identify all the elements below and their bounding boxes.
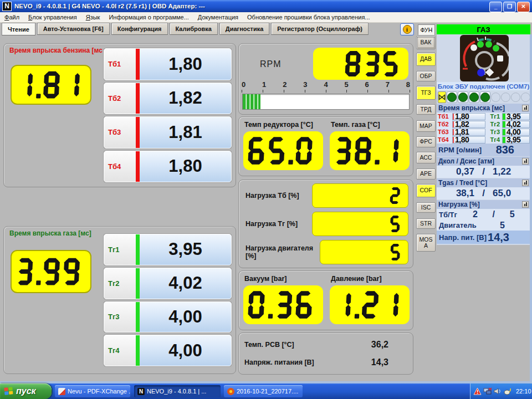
side-button-ape[interactable]: АРЕ	[416, 168, 436, 180]
petrol-injector-row: Тб4 1,80	[104, 151, 232, 183]
menu-ecu[interactable]: Блок управления	[24, 14, 81, 21]
menu-firmware-update[interactable]: Обновление прошивки блока управления...	[243, 14, 374, 21]
load-value	[324, 244, 405, 260]
petrol-panel-title: Время впрыска бензина [мс	[9, 47, 103, 54]
cell-value: 4,00	[502, 129, 530, 136]
pressure-panel: Вакуум [bar] Давление [bar]	[238, 270, 413, 330]
warning-icon[interactable]	[473, 387, 482, 395]
system-tray: 22:10	[470, 383, 532, 399]
cell-value: 1,82	[452, 121, 485, 128]
petrol-injector-row: Тб2 1,82	[104, 83, 232, 115]
load-row: Нагрузка двигателя [%]	[244, 240, 408, 264]
side-button-dav[interactable]: ДАВ	[416, 53, 436, 66]
windows-logo-icon	[4, 387, 13, 396]
taskbar-task-pdf[interactable]: Nevu - PDF-XChange ...	[55, 385, 130, 397]
petrol-injection-panel: Время впрыска бензина [мс Тб1 1,80 Тб2 1…	[3, 43, 236, 187]
petrol-bar	[136, 151, 140, 182]
tab-reading[interactable]: Чтение	[2, 23, 35, 35]
tab-configuration[interactable]: Конфигурация	[111, 23, 168, 35]
injection-times-title: Время впрыска [мс]	[438, 104, 505, 112]
supply-voltage-row: Напряж. питания [В] 14,3	[244, 355, 411, 370]
load-row2-label: Двигатель	[439, 221, 477, 229]
tick-label: 0	[242, 80, 245, 89]
status-pressure-values: 0,37 / 1,22	[437, 166, 530, 178]
side-button-trd[interactable]: ТРД	[416, 104, 436, 115]
vacuum-label: Вакуум [bar]	[244, 275, 287, 283]
side-button-str[interactable]: STR	[416, 218, 436, 229]
cell-label: Тб2	[438, 121, 452, 127]
load-lcd	[320, 240, 408, 264]
injector-label: Тб1	[104, 49, 136, 80]
side-button-obr[interactable]: ОБР	[416, 71, 436, 81]
side-button-mar[interactable]: МАР	[416, 120, 436, 132]
petrol-injector-row: Тб3 1,81	[104, 116, 232, 149]
side-button-mos-a[interactable]: MOS A	[416, 234, 436, 252]
graph-button[interactable]	[522, 201, 529, 208]
side-button-isc[interactable]: ISC	[416, 202, 436, 213]
network-disconnected-icon[interactable]	[483, 387, 492, 395]
load-label: Нагрузка Тб [%]	[244, 192, 299, 200]
cell-label: Тг4	[485, 136, 502, 143]
close-button[interactable]: ✕	[517, 2, 530, 12]
petrol-lcd-value	[15, 69, 87, 100]
graph-button[interactable]	[522, 105, 529, 111]
tab-recorder[interactable]: Регистратор (Осциллограф)	[271, 23, 369, 35]
info-icon: i	[403, 25, 412, 34]
side-button-vak[interactable]: ВАК	[416, 36, 436, 49]
side-button-tgz[interactable]: ТГЗ	[416, 86, 436, 100]
status-load-row1: Тб/Тг 2 / 5	[437, 209, 530, 220]
side-tab-fun[interactable]: ФУН	[418, 24, 435, 35]
gas-bar	[136, 268, 140, 299]
gas-lcd-value	[15, 254, 87, 289]
injector-label: Тб2	[104, 83, 136, 114]
graph-button[interactable]	[522, 180, 529, 186]
side-button-cof[interactable]: COF	[416, 184, 436, 197]
gas-lcd-display	[11, 250, 91, 293]
menubar: Файл Блок управления Язык Информация о п…	[0, 12, 532, 23]
menu-language[interactable]: Язык	[81, 14, 105, 21]
rpm-gauge-fill	[243, 94, 260, 109]
taskbar-task-nevo[interactable]: N NEVO_i9 - 4.0.8.1 | ...	[134, 385, 221, 397]
rpm-panel: RPM 0 1 2 3 4 5 6 7 8	[238, 43, 413, 115]
start-button[interactable]: пуск	[0, 383, 52, 399]
gas-valve-icon[interactable]	[438, 91, 446, 103]
reducer-temp-lcd	[243, 131, 323, 170]
cell-label: Тб3	[438, 129, 452, 135]
window-border-right	[530, 34, 532, 383]
load-row1-value: 2 / 5	[473, 209, 515, 219]
injector-label: Тг2	[104, 268, 136, 299]
injector-label: Тг1	[104, 234, 136, 265]
start-label: пуск	[16, 386, 36, 396]
task-label: NEVO_i9 - 4.0.8.1 | ...	[147, 388, 206, 395]
taskbar-task-image[interactable]: 2016-10-21_220717....	[224, 385, 303, 397]
gas-temp-value	[333, 135, 406, 167]
injection-times-header: Время впрыска [мс]	[437, 104, 530, 112]
menu-about[interactable]: Информация о программе...	[104, 14, 193, 21]
menu-docs[interactable]: Документация	[193, 14, 243, 21]
volume-icon[interactable]	[494, 387, 502, 395]
pcb-temp-row: Темп. PCB [°C] 36,2	[244, 337, 411, 352]
petrol-bar	[136, 83, 140, 114]
graph-button[interactable]	[522, 158, 529, 165]
tab-diagnostics[interactable]: Диагностика	[219, 23, 269, 35]
rpm-gauge-bar	[242, 94, 410, 110]
info-button[interactable]: i	[400, 23, 414, 35]
cell-value: 4,02	[502, 121, 530, 128]
load-lcd	[312, 183, 408, 208]
menu-file[interactable]: Файл	[0, 14, 24, 21]
side-button-acc[interactable]: АСС	[416, 152, 436, 163]
tab-auto-setup[interactable]: Авто-Установка [F6]	[37, 23, 110, 35]
minimize-button[interactable]: _	[489, 2, 502, 12]
load-row: Нагрузка Тб [%]	[244, 183, 408, 208]
injector-label: Тб4	[104, 151, 136, 182]
fuel-mode-indicator[interactable]: ГАЗ	[437, 24, 530, 34]
restore-button[interactable]: ❐	[503, 2, 516, 12]
gas-panel-title: Время впрыска газа [мс]	[9, 229, 91, 237]
cell-label: Тб4	[438, 136, 452, 143]
gas-injector-row: Тг3 4,00	[104, 301, 232, 333]
tab-calibration[interactable]: Калибровка	[170, 23, 218, 35]
side-button-frs[interactable]: ФРС	[416, 136, 436, 147]
petrol-bar	[136, 49, 140, 80]
taskbar-clock: 22:10	[516, 388, 531, 395]
pointing-device-icon[interactable]	[503, 387, 512, 395]
